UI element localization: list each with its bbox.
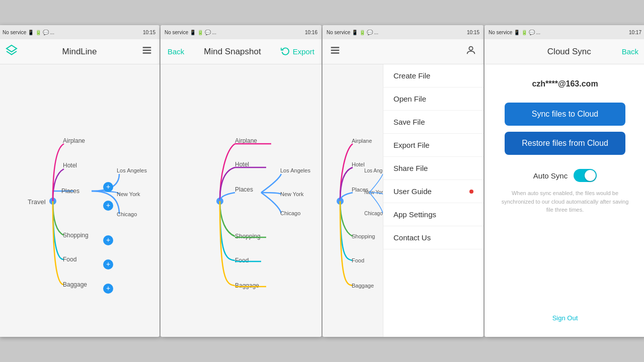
nav-bar-3 bbox=[323, 39, 484, 64]
svg-text:Hotel: Hotel bbox=[352, 161, 365, 167]
svg-text:Travel: Travel bbox=[28, 198, 46, 206]
svg-text:Food: Food bbox=[235, 257, 249, 264]
svg-text:Los Angeles: Los Angeles bbox=[117, 167, 147, 173]
status-icons-2: 📱 🔋 💬 ... bbox=[190, 30, 216, 35]
back-btn-4[interactable]: Back bbox=[622, 47, 638, 56]
cloud-content: czh****@163.com Sync files to Cloud Rest… bbox=[485, 64, 644, 337]
toggle-thumb bbox=[585, 170, 596, 181]
svg-text:Chicago: Chicago bbox=[364, 211, 383, 216]
screens-container: No service 📱 🔋 💬 ... 10:15 MindLine bbox=[0, 25, 644, 337]
svg-text:+: + bbox=[106, 236, 110, 244]
auto-sync-row: Auto Sync bbox=[533, 169, 597, 182]
sync-to-cloud-btn[interactable]: Sync files to Cloud bbox=[505, 103, 625, 126]
svg-text:Shopping: Shopping bbox=[352, 233, 375, 239]
menu-item-user-guide[interactable]: User Guide bbox=[383, 180, 484, 203]
menu-item-export-file[interactable]: Export File bbox=[383, 134, 484, 157]
svg-text:New York: New York bbox=[280, 191, 304, 197]
nav-bar-2: Back Mind Snapshot Export bbox=[160, 39, 321, 64]
status-time-2: 10:16 bbox=[305, 30, 317, 35]
back-btn-2[interactable]: Back bbox=[168, 47, 184, 56]
svg-text:Airplane: Airplane bbox=[352, 138, 372, 144]
status-icons-3: 📱 🔋 💬 ... bbox=[352, 30, 378, 35]
screen-menu: No service 📱 🔋 💬 ... 10:15 bbox=[323, 25, 484, 337]
status-time-1: 10:15 bbox=[143, 30, 155, 35]
red-dot-guide bbox=[469, 190, 473, 194]
layers-icon[interactable] bbox=[6, 44, 18, 59]
svg-text:+: + bbox=[106, 183, 110, 191]
menu-label-share: Share File bbox=[393, 164, 428, 172]
sign-out-link[interactable]: Sign Out bbox=[552, 314, 578, 327]
status-left-2: No service 📱 🔋 💬 ... bbox=[165, 30, 216, 35]
nav-title-1: MindLine bbox=[62, 47, 97, 57]
status-icons-4: 📱 🔋 💬 ... bbox=[514, 30, 540, 35]
sync-icon-2[interactable] bbox=[281, 46, 290, 57]
svg-text:Airplane: Airplane bbox=[63, 137, 85, 144]
svg-text:Places: Places bbox=[61, 188, 79, 195]
svg-text:Shopping: Shopping bbox=[63, 232, 89, 239]
screen-mindline: No service 📱 🔋 💬 ... 10:15 MindLine bbox=[0, 25, 159, 337]
svg-text:Baggage: Baggage bbox=[352, 283, 374, 289]
svg-text:Chicago: Chicago bbox=[117, 211, 137, 217]
user-email: czh****@163.com bbox=[532, 79, 598, 88]
no-service-text-1: No service bbox=[3, 30, 26, 35]
status-left-3: No service 📱 🔋 💬 ... bbox=[327, 30, 378, 35]
mind-map-svg-1: Travel Places Los Angeles New York Chica… bbox=[0, 64, 159, 337]
auto-sync-toggle[interactable] bbox=[574, 169, 597, 182]
status-left-4: No service 📱 🔋 💬 ... bbox=[489, 30, 540, 35]
mind-map-svg-2: Travel Airplane Hotel Places Los Angeles bbox=[160, 64, 321, 337]
restore-from-cloud-btn[interactable]: Restore files from Cloud bbox=[505, 132, 625, 155]
menu-label-open: Open File bbox=[393, 95, 426, 103]
screen-snapshot: No service 📱 🔋 💬 ... 10:16 Back Mind Sna… bbox=[160, 25, 321, 337]
menu-icon-3[interactable] bbox=[330, 45, 341, 58]
mind-map-area-3: Airplane Hotel Places Los Angeles New Yo… bbox=[323, 64, 484, 337]
menu-item-contact-us[interactable]: Contact Us bbox=[383, 226, 484, 249]
status-bar-3: No service 📱 🔋 💬 ... 10:15 bbox=[323, 25, 484, 39]
svg-text:+: + bbox=[106, 201, 110, 209]
svg-text:+: + bbox=[106, 284, 110, 292]
menu-label-guide: User Guide bbox=[393, 187, 432, 196]
menu-label-export: Export File bbox=[393, 141, 430, 149]
export-btn[interactable]: Export bbox=[293, 47, 314, 56]
status-icons-1: 📱 🔋 💬 ... bbox=[28, 30, 54, 35]
status-left-1: No service 📱 🔋 💬 ... bbox=[3, 30, 54, 35]
no-service-text-3: No service bbox=[327, 30, 350, 35]
menu-item-app-settings[interactable]: App Settings bbox=[383, 203, 484, 226]
svg-text:Baggage: Baggage bbox=[235, 282, 259, 289]
menu-label-save: Save File bbox=[393, 118, 425, 126]
nav-bar-1: MindLine bbox=[0, 39, 159, 64]
svg-point-44 bbox=[469, 47, 472, 50]
svg-text:Food: Food bbox=[63, 256, 76, 263]
status-time-3: 10:15 bbox=[467, 30, 479, 35]
screen-cloud: No service 📱 🔋 💬 ... 10:17 Cloud Sync Ba… bbox=[485, 25, 644, 337]
mind-map-area-2: Travel Airplane Hotel Places Los Angeles bbox=[160, 64, 321, 337]
status-bar-1: No service 📱 🔋 💬 ... 10:15 bbox=[0, 25, 159, 39]
nav-title-2: Mind Snapshot bbox=[204, 47, 261, 57]
svg-text:Baggage: Baggage bbox=[63, 281, 87, 288]
menu-item-open-file[interactable]: Open File bbox=[383, 87, 484, 111]
status-bar-4: No service 📱 🔋 💬 ... 10:17 bbox=[485, 25, 644, 39]
nav-bar-4: Cloud Sync Back bbox=[485, 39, 644, 64]
status-bar-2: No service 📱 🔋 💬 ... 10:16 bbox=[160, 25, 321, 39]
svg-text:+: + bbox=[106, 260, 110, 268]
no-service-text-2: No service bbox=[165, 30, 188, 35]
menu-label-create: Create File bbox=[393, 71, 430, 80]
menu-icon-1[interactable] bbox=[141, 45, 152, 58]
person-icon[interactable] bbox=[465, 45, 476, 58]
svg-text:Chicago: Chicago bbox=[280, 210, 300, 216]
auto-sync-desc: When auto sync enabled, the files would … bbox=[495, 189, 635, 214]
status-time-4: 10:17 bbox=[629, 30, 641, 35]
menu-item-create-file[interactable]: Create File bbox=[383, 64, 484, 87]
svg-text:New York: New York bbox=[117, 191, 140, 197]
svg-text:Food: Food bbox=[352, 257, 364, 263]
menu-item-share-file[interactable]: Share File bbox=[383, 157, 484, 180]
nav-title-4: Cloud Sync bbox=[547, 47, 591, 57]
menu-label-settings: App Settings bbox=[393, 210, 436, 219]
svg-text:Hotel: Hotel bbox=[63, 162, 77, 169]
menu-item-save-file[interactable]: Save File bbox=[383, 111, 484, 134]
mind-map-area-1: Travel Places Los Angeles New York Chica… bbox=[0, 64, 159, 337]
svg-text:Los Angeles: Los Angeles bbox=[280, 167, 310, 173]
menu-label-contact: Contact Us bbox=[393, 233, 431, 242]
no-service-text-4: No service bbox=[489, 30, 512, 35]
svg-marker-0 bbox=[7, 45, 17, 52]
svg-text:Places: Places bbox=[235, 186, 253, 193]
